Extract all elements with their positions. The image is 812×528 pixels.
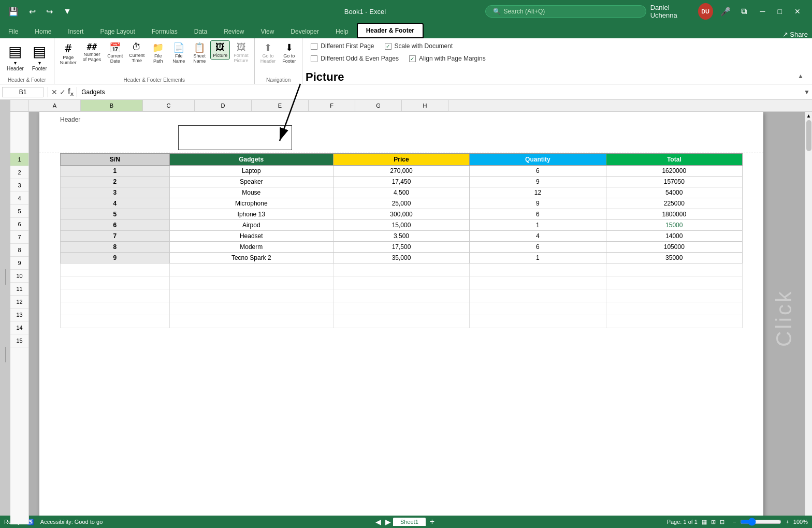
cell-gadget[interactable]: Moderm xyxy=(169,242,333,253)
goto-footer-button[interactable]: ⬇ Go toFooter xyxy=(279,40,299,65)
cell-sn[interactable]: 7 xyxy=(61,231,170,242)
file-name-button[interactable]: 📄 FileName xyxy=(169,40,189,65)
cell-total[interactable]: 54000 xyxy=(606,187,742,198)
empty-cell[interactable] xyxy=(470,263,606,276)
cell-total[interactable]: 35000 xyxy=(606,253,742,263)
cell-sn[interactable]: 9 xyxy=(61,253,170,263)
row-num-1[interactable]: 1 xyxy=(10,153,28,166)
col-header-E[interactable]: E xyxy=(252,100,309,111)
zoom-out-icon[interactable]: − xyxy=(733,519,736,525)
zoom-slider[interactable] xyxy=(740,518,781,526)
header-center-cell[interactable] xyxy=(178,125,292,150)
tab-formulas[interactable]: Formulas xyxy=(143,25,186,38)
sheet-tab-sheet1[interactable]: Sheet1 xyxy=(393,518,426,526)
tab-insert[interactable]: Insert xyxy=(60,25,92,38)
cell-quantity[interactable]: 9 xyxy=(470,177,606,187)
row-num-14[interactable]: 14 xyxy=(10,321,28,334)
cell-total[interactable]: 1620000 xyxy=(606,166,742,177)
row-num-10[interactable]: 10 xyxy=(10,270,28,283)
minimize-button[interactable]: ─ xyxy=(754,5,772,18)
different-odd-even-checkbox[interactable] xyxy=(311,55,317,62)
row-num-5[interactable]: 5 xyxy=(10,205,28,218)
cell-gadget[interactable]: Mouse xyxy=(169,187,333,198)
cell-price[interactable]: 3,500 xyxy=(333,231,469,242)
col-header-C[interactable]: C xyxy=(143,100,195,111)
confirm-formula-icon[interactable]: ✓ xyxy=(59,87,67,97)
empty-cell[interactable] xyxy=(470,302,606,315)
empty-cell[interactable] xyxy=(333,289,469,302)
cell-quantity[interactable]: 9 xyxy=(470,198,606,209)
row-num-9[interactable]: 9 xyxy=(10,257,28,270)
empty-cell[interactable] xyxy=(333,276,469,289)
cell-gadget[interactable]: Speaker xyxy=(169,177,333,187)
row-num-13[interactable]: 13 xyxy=(10,309,28,321)
search-bar[interactable]: 🔍 Search (Alt+Q) xyxy=(485,5,646,18)
tab-help[interactable]: Help xyxy=(327,25,357,38)
row-num-2[interactable]: 2 xyxy=(10,166,28,179)
empty-cell[interactable] xyxy=(61,302,170,315)
col-header-G[interactable]: G xyxy=(355,100,402,111)
col-header-F[interactable]: F xyxy=(309,100,355,111)
maximize-button[interactable]: □ xyxy=(772,5,788,18)
empty-cell[interactable] xyxy=(333,302,469,315)
header-right-cell[interactable] xyxy=(296,125,410,150)
tab-review[interactable]: Review xyxy=(215,25,252,38)
collapse-ribbon-button[interactable]: ▲ xyxy=(798,72,804,80)
cell-quantity[interactable]: 12 xyxy=(470,187,606,198)
cell-sn[interactable]: 1 xyxy=(61,166,170,177)
cell-price[interactable]: 17,450 xyxy=(333,177,469,187)
picture-button[interactable]: 🖼 Picture xyxy=(210,40,230,60)
undo-icon[interactable]: ↩ xyxy=(26,5,39,19)
empty-cell[interactable] xyxy=(61,289,170,302)
view-normal-icon[interactable]: ▦ xyxy=(702,519,707,525)
empty-cell[interactable] xyxy=(61,315,170,328)
expand-icon[interactable]: ▼ xyxy=(804,89,810,96)
row-num-15[interactable]: 15 xyxy=(10,334,28,347)
row-num-7[interactable]: 7 xyxy=(10,231,28,244)
empty-cell[interactable] xyxy=(61,276,170,289)
format-picture-button[interactable]: 🖼 FormatPicture xyxy=(231,40,251,65)
row-num-8[interactable]: 8 xyxy=(10,244,28,257)
scale-with-document-checkbox[interactable] xyxy=(385,43,392,50)
cell-total[interactable]: 15000 xyxy=(606,220,742,231)
number-of-pages-button[interactable]: ## Numberof Pages xyxy=(80,40,104,64)
row-num-4[interactable]: 4 xyxy=(10,192,28,205)
align-with-margins-checkbox[interactable] xyxy=(409,55,416,62)
cell-quantity[interactable]: 1 xyxy=(470,253,606,263)
cell-total[interactable]: 225000 xyxy=(606,198,742,209)
empty-cell[interactable] xyxy=(61,263,170,276)
scroll-thumb[interactable] xyxy=(806,120,811,151)
share-button[interactable]: ↗ Share xyxy=(782,31,808,38)
current-date-button[interactable]: 📅 CurrentDate xyxy=(105,40,125,65)
cell-total[interactable]: 1800000 xyxy=(606,209,742,220)
cell-total[interactable]: 14000 xyxy=(606,231,742,242)
cell-price[interactable]: 4,500 xyxy=(333,187,469,198)
ribbon-toggle-icon[interactable]: 🎤 xyxy=(717,5,734,19)
scroll-up-arrow[interactable]: ▲ xyxy=(806,112,811,119)
tab-file[interactable]: File xyxy=(0,25,26,38)
goto-header-button[interactable]: ⬆ Go toHeader xyxy=(258,40,279,65)
restore-icon[interactable]: ⧉ xyxy=(738,5,750,18)
tab-view[interactable]: View xyxy=(253,25,283,38)
cell-sn[interactable]: 4 xyxy=(61,198,170,209)
col-header-D[interactable]: D xyxy=(195,100,252,111)
cell-gadget[interactable]: Headset xyxy=(169,231,333,242)
header-left-cell[interactable] xyxy=(60,125,174,150)
scroll-sheets-left[interactable]: ◀ xyxy=(373,518,383,526)
row-num-12[interactable]: 12 xyxy=(10,296,28,309)
add-sheet-button[interactable]: + xyxy=(426,517,439,526)
save-icon[interactable]: 💾 xyxy=(5,5,22,19)
cell-gadget[interactable]: Tecno Spark 2 xyxy=(169,253,333,263)
col-header-B[interactable]: B xyxy=(81,100,143,111)
empty-cell[interactable] xyxy=(606,289,742,302)
cell-gadget[interactable]: Laptop xyxy=(169,166,333,177)
row-num-6[interactable]: 6 xyxy=(10,218,28,231)
cell-reference[interactable] xyxy=(2,87,44,97)
footer-button[interactable]: ▤ ▾ Footer xyxy=(28,40,51,74)
sheet-name-button[interactable]: 📋 SheetName xyxy=(190,40,209,65)
cell-price[interactable]: 35,000 xyxy=(333,253,469,263)
empty-cell[interactable] xyxy=(169,276,333,289)
formula-input[interactable] xyxy=(79,87,804,97)
cancel-formula-icon[interactable]: ✕ xyxy=(50,87,59,97)
empty-cell[interactable] xyxy=(169,315,333,328)
